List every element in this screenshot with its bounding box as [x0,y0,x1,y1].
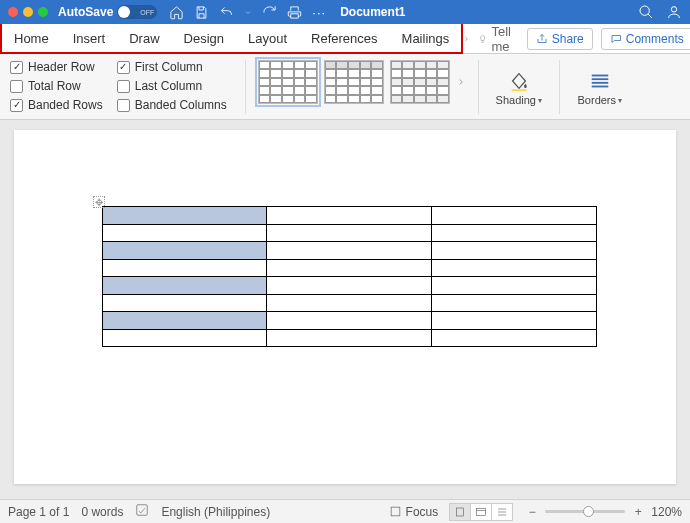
print-layout-view-button[interactable] [449,503,471,521]
comment-icon [610,33,622,45]
undo-dropdown-icon[interactable] [244,5,252,20]
maximize-window-icon[interactable] [38,7,48,17]
search-icon[interactable] [638,4,654,20]
total-row-option[interactable]: Total Row [10,79,103,93]
tab-design[interactable]: Design [172,31,236,46]
table-row[interactable] [103,224,597,242]
autosave-label: AutoSave [58,5,113,19]
ribbon-panel: Header Row Total Row Banded Rows First C… [0,54,690,120]
svg-rect-2 [511,89,526,91]
language-indicator[interactable]: English (Philippines) [161,505,270,519]
shading-button[interactable]: Shading▾ [491,60,547,116]
svg-point-1 [671,7,676,12]
tab-mailings[interactable]: Mailings [390,31,462,46]
svg-rect-4 [592,78,609,80]
table-row[interactable] [103,329,597,347]
word-count[interactable]: 0 words [81,505,123,519]
separator [478,60,479,114]
comments-button[interactable]: Comments [601,28,690,50]
banded-rows-option[interactable]: Banded Rows [10,98,103,112]
shading-label: Shading [496,94,536,106]
tab-home[interactable]: Home [2,31,61,46]
zoom-slider[interactable] [545,510,625,513]
tab-layout[interactable]: Layout [236,31,299,46]
checkbox-checked-icon [10,99,23,112]
checkbox-icon [10,80,23,93]
status-bar: Page 1 of 1 0 words English (Philippines… [0,499,690,523]
home-icon[interactable] [169,5,184,20]
outline-view-button[interactable] [491,503,513,521]
table-row[interactable] [103,207,597,225]
table-row[interactable] [103,259,597,277]
autosave-toggle[interactable]: OFF [117,5,157,19]
first-column-label: First Column [135,60,203,74]
borders-icon [588,70,612,92]
zoom-level[interactable]: 120% [651,505,682,519]
tab-insert[interactable]: Insert [61,31,118,46]
more-icon[interactable]: ··· [312,5,326,20]
table-style-3[interactable] [390,60,450,104]
close-window-icon[interactable] [8,7,18,17]
borders-button[interactable]: Borders▾ [572,60,628,116]
view-switcher [450,503,513,521]
minimize-window-icon[interactable] [23,7,33,17]
chevron-down-icon: ▾ [618,96,622,105]
chevron-down-icon: ▾ [538,96,542,105]
share-button[interactable]: Share [527,28,593,50]
table-styles-gallery [258,60,466,104]
table-row[interactable] [103,277,597,295]
gallery-more-icon[interactable] [456,77,466,87]
lightbulb-icon [478,32,487,46]
document-title: Document1 [340,5,405,19]
page-indicator[interactable]: Page 1 of 1 [8,505,69,519]
table-row[interactable] [103,242,597,260]
last-column-option[interactable]: Last Column [117,79,227,93]
svg-rect-3 [592,75,609,77]
table-style-2[interactable] [324,60,384,104]
table-move-handle-icon[interactable]: ✥ [93,196,105,208]
print-icon[interactable] [287,5,302,20]
style-options-col1: Header Row Total Row Banded Rows [10,60,103,112]
table-row[interactable] [103,312,597,330]
web-layout-view-button[interactable] [470,503,492,521]
account-icon[interactable] [666,4,682,20]
undo-icon[interactable] [219,5,234,20]
table-row[interactable] [103,294,597,312]
first-column-option[interactable]: First Column [117,60,227,74]
zoom-out-button[interactable]: − [525,505,539,519]
proofing-icon[interactable] [135,503,149,520]
banded-columns-label: Banded Columns [135,98,227,112]
autosave-state: OFF [140,9,154,16]
table-style-1[interactable] [258,60,318,104]
tab-references[interactable]: References [299,31,389,46]
share-label: Share [552,32,584,46]
separator [559,60,560,114]
page[interactable]: ✥ [14,130,676,484]
header-row-option[interactable]: Header Row [10,60,103,74]
tell-me-search[interactable]: Tell me [478,24,519,54]
header-row-label: Header Row [28,60,95,74]
share-icon [536,33,548,45]
zoom-in-button[interactable]: + [631,505,645,519]
redo-icon[interactable] [262,5,277,20]
focus-icon [389,505,402,518]
document-area[interactable]: ✥ [0,120,690,499]
title-bar: AutoSave OFF ··· Document1 [0,0,690,24]
tab-draw[interactable]: Draw [117,31,171,46]
checkbox-checked-icon [117,61,130,74]
document-table[interactable] [102,206,597,347]
zoom-slider-thumb[interactable] [583,506,594,517]
borders-label: Borders [578,94,617,106]
style-options-col2: First Column Last Column Banded Columns [117,60,227,112]
ribbon-tabs: Home Insert Draw Design Layout Reference… [0,24,690,54]
svg-rect-5 [592,82,609,84]
svg-rect-9 [457,508,464,516]
bucket-icon [507,70,531,92]
total-row-label: Total Row [28,79,81,93]
chevron-right-icon[interactable] [463,34,470,44]
svg-point-0 [640,6,649,15]
banded-columns-option[interactable]: Banded Columns [117,98,227,112]
focus-mode-button[interactable]: Focus [389,505,439,519]
save-icon[interactable] [194,5,209,20]
svg-rect-8 [391,507,400,516]
